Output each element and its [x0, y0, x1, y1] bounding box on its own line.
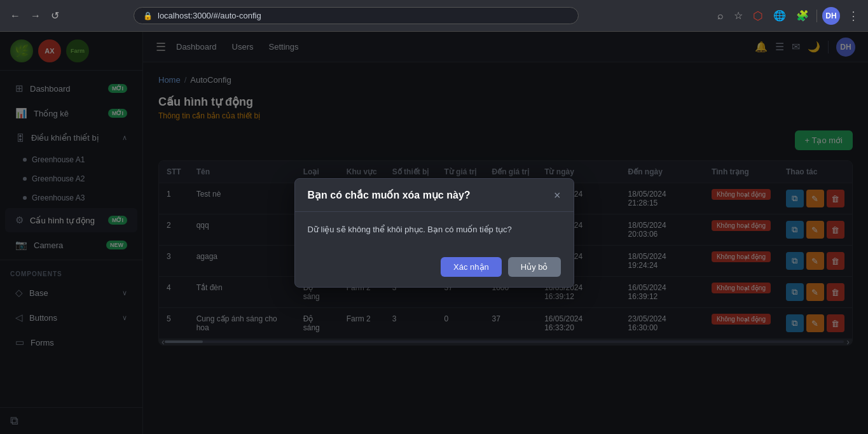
address-bar[interactable]: 🔒 localhost:3000/#/auto-config: [134, 7, 579, 24]
delete-confirm-modal: Bạn có chắc muốn xóa mục này? × Dữ liệu …: [294, 178, 574, 288]
modal-overlay: Bạn có chắc muốn xóa mục này? × Dữ liệu …: [0, 32, 868, 434]
search-icon[interactable]: ⌕: [715, 8, 726, 24]
refresh-button[interactable]: ↺: [47, 7, 63, 24]
star-icon[interactable]: ☆: [731, 7, 745, 24]
url-text: localhost:3000/#/auto-config: [158, 11, 569, 20]
extensions-icon[interactable]: 🧩: [794, 7, 811, 24]
translate-icon[interactable]: 🌐: [771, 7, 789, 24]
modal-footer: Xác nhận Hủy bỏ: [295, 247, 574, 287]
modal-header: Bạn có chắc muốn xóa mục này? ×: [295, 179, 574, 212]
modal-title: Bạn có chắc muốn xóa mục này?: [308, 189, 471, 201]
extension-icon[interactable]: ⬡: [750, 6, 766, 25]
browser-menu-button[interactable]: ⋮: [845, 6, 862, 25]
browser-chrome: ← → ↺ 🔒 localhost:3000/#/auto-config ⌕ ☆…: [0, 0, 868, 32]
back-button[interactable]: ←: [6, 8, 24, 24]
browser-nav-buttons: ← → ↺: [6, 7, 63, 24]
profile-button[interactable]: DH: [822, 7, 840, 25]
lock-icon: 🔒: [143, 11, 153, 20]
cancel-button[interactable]: Hủy bỏ: [508, 257, 561, 277]
forward-button[interactable]: →: [27, 8, 45, 24]
confirm-button[interactable]: Xác nhận: [441, 257, 502, 277]
browser-toolbar-right: ⌕ ☆ ⬡ 🌐 🧩 DH ⋮: [715, 6, 862, 25]
modal-body: Dữ liệu sẽ không thể khôi phục. Bạn có m…: [295, 212, 574, 247]
modal-close-button[interactable]: ×: [554, 190, 561, 201]
